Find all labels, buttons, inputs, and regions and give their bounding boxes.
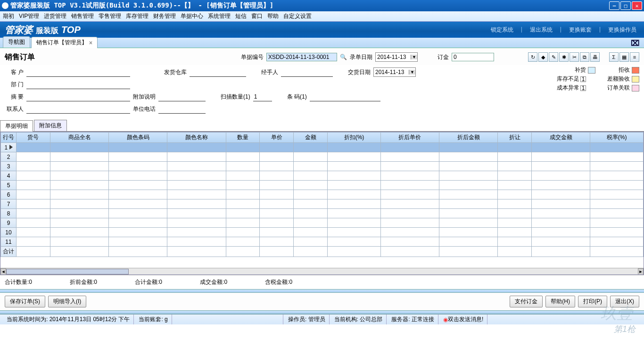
tab-close-icon[interactable]: × bbox=[89, 40, 92, 46]
grid-cell[interactable] bbox=[17, 228, 50, 237]
code-icon[interactable]: ≡ bbox=[630, 52, 639, 62]
scroll-left-icon[interactable]: ◄ bbox=[0, 268, 6, 275]
grid-cell[interactable] bbox=[226, 190, 260, 199]
grid-cell[interactable] bbox=[532, 228, 590, 237]
grid-cell[interactable] bbox=[590, 199, 644, 209]
brand-link[interactable]: 锁定系统 bbox=[488, 25, 516, 35]
menu-item[interactable]: 单据中心 bbox=[181, 12, 203, 20]
status-msg[interactable]: ◉双击发送消息! bbox=[439, 315, 487, 324]
grid-cell[interactable] bbox=[260, 209, 294, 218]
grid-cell[interactable] bbox=[380, 209, 439, 218]
detail-grid[interactable]: 行号货号商品全名颜色条码颜色名称数量单价金额折扣(%)折后单价折后金额折让成交金… bbox=[0, 132, 644, 275]
grid-cell[interactable] bbox=[328, 143, 381, 152]
close-button[interactable]: ✕ bbox=[632, 1, 642, 10]
grid-cell[interactable] bbox=[328, 171, 381, 181]
grid-cell[interactable] bbox=[498, 162, 532, 171]
grid-cell[interactable] bbox=[590, 162, 644, 171]
grid-cell[interactable] bbox=[50, 152, 108, 162]
grid-cell[interactable] bbox=[167, 237, 226, 247]
grid-cell[interactable] bbox=[498, 228, 532, 237]
scroll-right-icon[interactable]: ► bbox=[638, 268, 644, 275]
chevron-down-icon[interactable]: ▼ bbox=[411, 55, 417, 59]
scanqty-input[interactable] bbox=[253, 92, 272, 101]
table-row[interactable]: 3 bbox=[1, 162, 644, 171]
menu-item[interactable]: VIP管理 bbox=[19, 12, 39, 20]
grid-cell[interactable] bbox=[294, 171, 328, 181]
column-header[interactable]: 颜色条码 bbox=[109, 133, 167, 143]
table-row[interactable]: 11 bbox=[1, 237, 644, 247]
grid-cell[interactable] bbox=[167, 190, 226, 199]
calc-icon[interactable]: ▦ bbox=[619, 52, 629, 62]
grid-cell[interactable] bbox=[294, 190, 328, 199]
grid-cell[interactable] bbox=[167, 209, 226, 218]
column-header[interactable]: 折让 bbox=[498, 133, 532, 143]
grid-cell[interactable] bbox=[328, 218, 381, 228]
refresh-icon[interactable]: ↻ bbox=[528, 52, 537, 62]
table-row[interactable]: 10 bbox=[1, 228, 644, 237]
grid-cell[interactable] bbox=[590, 171, 644, 181]
grid-cell[interactable] bbox=[294, 228, 328, 237]
close-all-tabs-icon[interactable]: ⌧ bbox=[631, 39, 641, 48]
tab-nav[interactable]: 导航图 bbox=[3, 36, 30, 48]
deliver-date-input[interactable] bbox=[374, 69, 409, 75]
dept-input[interactable] bbox=[26, 80, 130, 89]
grid-cell[interactable] bbox=[260, 162, 294, 171]
grid-cell[interactable] bbox=[226, 171, 260, 181]
grid-cell[interactable] bbox=[226, 228, 260, 237]
exit-button[interactable]: 退出(X) bbox=[610, 296, 639, 307]
grid-cell[interactable] bbox=[260, 228, 294, 237]
table-row[interactable]: 9 bbox=[1, 218, 644, 228]
grid-cell[interactable] bbox=[167, 218, 226, 228]
grid-cell[interactable] bbox=[50, 190, 108, 199]
menu-item[interactable]: 系统管理 bbox=[208, 12, 231, 20]
grid-cell[interactable] bbox=[50, 171, 108, 181]
grid-cell[interactable] bbox=[260, 199, 294, 209]
menu-item[interactable]: 窗口 bbox=[251, 12, 263, 20]
grid-cell[interactable] bbox=[226, 152, 260, 162]
grid-cell[interactable] bbox=[498, 181, 532, 190]
grid-cell[interactable] bbox=[532, 181, 590, 190]
grid-cell[interactable] bbox=[50, 181, 108, 190]
grid-cell[interactable] bbox=[380, 171, 439, 181]
grid-cell[interactable] bbox=[109, 209, 167, 218]
grid-cell[interactable] bbox=[226, 162, 260, 171]
grid-cell[interactable] bbox=[17, 237, 50, 247]
grid-cell[interactable] bbox=[380, 228, 439, 237]
contact-input[interactable] bbox=[26, 105, 130, 114]
sigma-icon[interactable]: Σ bbox=[609, 52, 619, 62]
grid-cell[interactable] bbox=[532, 143, 590, 152]
grid-cell[interactable] bbox=[226, 199, 260, 209]
grid-cell[interactable] bbox=[109, 162, 167, 171]
grid-cell[interactable] bbox=[380, 190, 439, 199]
grid-cell[interactable] bbox=[17, 218, 50, 228]
print-icon[interactable]: 🖶 bbox=[590, 52, 600, 62]
grid-cell[interactable] bbox=[439, 199, 498, 209]
save-button[interactable]: 保存订单(S) bbox=[5, 296, 45, 307]
menu-item[interactable]: 期初 bbox=[3, 12, 14, 20]
grid-cell[interactable] bbox=[294, 162, 328, 171]
deliver-date-picker[interactable]: ▼ bbox=[373, 67, 416, 77]
grid-cell[interactable] bbox=[380, 143, 439, 152]
grid-cell[interactable] bbox=[498, 171, 532, 181]
copy-icon[interactable]: ⧉ bbox=[580, 52, 589, 62]
summary-input[interactable] bbox=[26, 92, 130, 101]
column-header[interactable]: 折后金额 bbox=[439, 133, 498, 143]
column-header[interactable]: 金额 bbox=[294, 133, 328, 143]
grid-cell[interactable] bbox=[439, 171, 498, 181]
grid-cell[interactable] bbox=[294, 143, 328, 152]
grid-cell[interactable] bbox=[294, 181, 328, 190]
grid-cell[interactable] bbox=[590, 190, 644, 199]
grid-cell[interactable] bbox=[439, 162, 498, 171]
grid-cell[interactable] bbox=[260, 143, 294, 152]
grid-cell[interactable] bbox=[439, 237, 498, 247]
grid-cell[interactable] bbox=[532, 209, 590, 218]
handler-input[interactable] bbox=[281, 68, 333, 77]
help-button[interactable]: 帮助(H) bbox=[545, 296, 575, 307]
import-button[interactable]: 明细导入(I) bbox=[48, 296, 86, 307]
brand-link[interactable]: 退出系统 bbox=[527, 25, 555, 35]
grid-cell[interactable] bbox=[328, 209, 381, 218]
grid-cell[interactable] bbox=[532, 162, 590, 171]
table-row[interactable]: 8 bbox=[1, 209, 644, 218]
grid-cell[interactable] bbox=[532, 218, 590, 228]
pay-deposit-button[interactable]: 支付订金 bbox=[510, 296, 543, 307]
